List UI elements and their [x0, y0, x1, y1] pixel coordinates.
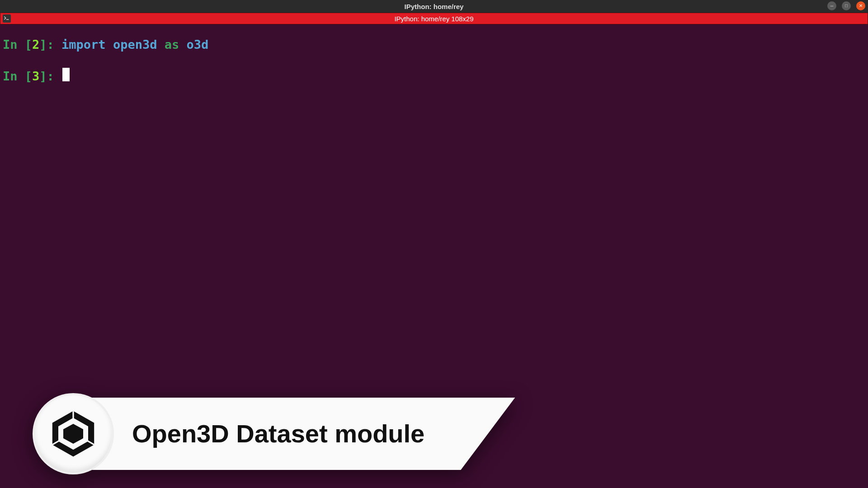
window-controls	[827, 1, 865, 10]
terminal-body[interactable]: In [2]: import open3d as o3d In [3]: Ope…	[0, 24, 868, 488]
window-title: IPython: home/rey	[405, 3, 464, 10]
open3d-logo-icon	[48, 409, 98, 459]
prompt-bracket: ]:	[39, 36, 61, 53]
prompt-bracket: [	[25, 36, 32, 53]
lower-third-title: Open3D Dataset module	[132, 416, 425, 451]
prompt-bracket: ]:	[39, 68, 61, 85]
window-titlebar: IPython: home/rey	[0, 0, 868, 13]
video-lower-third: Open3D Dataset module	[33, 393, 515, 474]
minimize-button[interactable]	[827, 1, 836, 10]
prompt-number: 2	[32, 36, 39, 53]
alias-name: o3d	[187, 36, 209, 53]
cursor-block	[62, 68, 70, 81]
prompt-number: 3	[32, 68, 39, 85]
statusbar-text: IPython: home/rey 108x29	[394, 15, 473, 23]
keyword-import: import	[61, 36, 106, 53]
keyword-as: as	[165, 36, 179, 53]
terminal-app-icon	[3, 14, 11, 23]
lower-third-banner: Open3D Dataset module	[78, 398, 515, 470]
module-name: open3d	[113, 36, 157, 53]
terminal-line: In [3]:	[3, 68, 865, 85]
prompt-bracket: [	[25, 68, 32, 85]
svg-rect-0	[3, 14, 11, 23]
prompt-in: In	[3, 36, 25, 53]
maximize-button[interactable]	[842, 1, 851, 10]
close-button[interactable]	[856, 1, 865, 10]
prompt-in: In	[3, 68, 25, 85]
terminal-statusbar: IPython: home/rey 108x29	[0, 13, 868, 24]
terminal-line: In [2]: import open3d as o3d	[3, 36, 865, 53]
logo-circle	[33, 393, 114, 474]
